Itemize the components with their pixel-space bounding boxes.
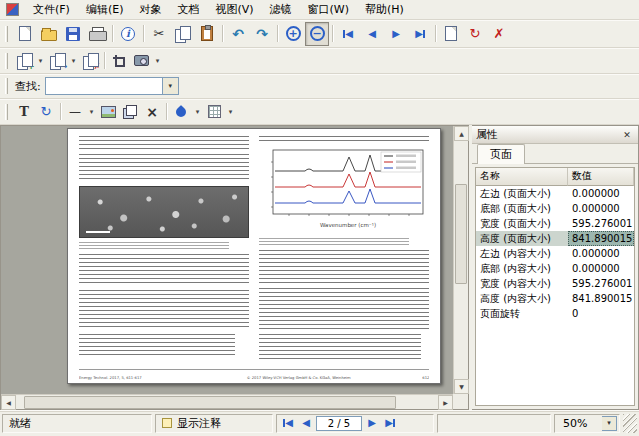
menu-view[interactable]: 视图(V) <box>207 0 261 19</box>
scroll-down-button[interactable]: ▼ <box>454 379 469 394</box>
scroll-left-button[interactable]: ◀ <box>1 395 16 410</box>
zoom-dropdown-icon[interactable]: ▾ <box>602 416 617 431</box>
cut-button[interactable]: ✂ <box>147 22 171 46</box>
find-combobox[interactable]: ▾ <box>45 77 179 95</box>
horizontal-scroll-track[interactable] <box>16 395 438 410</box>
snapshot-dropdown[interactable]: ▾ <box>152 51 163 71</box>
property-row[interactable]: 高度 (页面大小) 841.890015 <box>476 231 634 246</box>
property-row[interactable]: 宽度 (内容大小) 595.276001 <box>476 276 634 291</box>
menu-help[interactable]: 帮助(H) <box>357 0 412 19</box>
redo-button[interactable]: ↷ <box>250 22 274 46</box>
last-page-button[interactable]: ▶ <box>408 22 432 46</box>
menu-edit[interactable]: 编辑(E) <box>78 0 132 19</box>
vertical-scroll-track[interactable] <box>454 141 468 379</box>
close-icon[interactable]: ✕ <box>620 128 634 142</box>
scroll-right-button[interactable]: ▶ <box>438 395 453 410</box>
first-page-button[interactable]: ◀ <box>336 22 360 46</box>
property-row[interactable]: 底部 (页面大小) 0.000000 <box>476 201 634 216</box>
toolbar-grip[interactable] <box>5 104 8 120</box>
page-footer-left: Energy Technol. 2017, 5, 611-617 <box>79 376 142 380</box>
rotate-page-button[interactable]: ↻ <box>463 22 487 46</box>
delete-page-button[interactable]: ✗ <box>487 22 511 46</box>
first-page-button-status[interactable]: ◀ <box>280 416 296 431</box>
pdf-page[interactable]: Wavenumber (cm⁻¹) Energy Technol. 2017, … <box>67 128 441 384</box>
print-button[interactable] <box>85 22 109 46</box>
toolbar-grip[interactable] <box>5 53 8 69</box>
zoom-out-icon: − <box>310 26 325 41</box>
extract-pages-button[interactable]: → <box>46 50 68 72</box>
info-button[interactable]: i <box>116 22 140 46</box>
pattern-button[interactable] <box>203 101 225 123</box>
delete-object-button[interactable]: × <box>141 101 163 123</box>
text-tool-button[interactable]: T <box>13 101 35 123</box>
delete-pages-button[interactable]: ✗ <box>79 50 101 72</box>
chart-x-axis-label: Wavenumber (cm⁻¹) <box>320 222 376 228</box>
column-header-name[interactable]: 名称 <box>476 168 568 186</box>
crop-pages-button[interactable] <box>108 50 130 72</box>
menu-filters[interactable]: 滤镜 <box>262 0 300 19</box>
previous-page-button[interactable]: ◀ <box>360 22 384 46</box>
vertical-scroll-thumb[interactable] <box>455 184 467 284</box>
next-page-button-status[interactable]: ▶ <box>364 416 380 431</box>
pattern-dropdown[interactable]: ▾ <box>225 102 236 122</box>
tab-page[interactable]: 页面 <box>477 144 525 164</box>
document-view[interactable]: Wavenumber (cm⁻¹) Energy Technol. 2017, … <box>0 125 469 410</box>
undo-button[interactable]: ↶ <box>226 22 250 46</box>
fill-color-button[interactable] <box>170 101 192 123</box>
page-tool-button[interactable] <box>439 22 463 46</box>
new-button[interactable] <box>13 22 37 46</box>
property-row[interactable]: 左边 (内容大小) 0.000000 <box>476 246 634 261</box>
properties-panel-header: 属性 ✕ <box>472 126 638 144</box>
line-tool-button[interactable]: — <box>64 101 86 123</box>
page-left-column <box>79 136 249 367</box>
property-row[interactable]: 高度 (内容大小) 841.890015 <box>476 291 634 306</box>
properties-panel: 属性 ✕ 页面 名称 数值 左边 (页面大小) 0.000000 底部 (页面大… <box>472 125 639 410</box>
toolbar-grip[interactable] <box>5 26 8 42</box>
previous-page-button-status[interactable]: ◀ <box>298 416 314 431</box>
property-name: 底部 (页面大小) <box>476 201 568 216</box>
insert-pages-button[interactable]: + <box>13 50 35 72</box>
fill-color-dropdown[interactable]: ▾ <box>192 102 203 122</box>
document-canvas[interactable]: Wavenumber (cm⁻¹) Energy Technol. 2017, … <box>1 126 453 394</box>
property-row[interactable]: 宽度 (页面大小) 595.276001 <box>476 216 634 231</box>
property-row[interactable]: 底部 (内容大小) 0.000000 <box>476 261 634 276</box>
property-row[interactable]: 页面旋转 0 <box>476 306 634 321</box>
line-tool-dropdown[interactable]: ▾ <box>86 102 97 122</box>
extract-pages-dropdown[interactable]: ▾ <box>68 51 79 71</box>
copy-button[interactable] <box>171 22 195 46</box>
app-icon <box>6 3 19 16</box>
find-input[interactable] <box>45 77 163 95</box>
crop-icon <box>113 55 125 67</box>
resize-grip[interactable] <box>623 414 637 433</box>
bar <box>393 419 395 427</box>
page-number-field[interactable]: 2 / 5 <box>316 416 362 431</box>
property-row[interactable]: 左边 (页面大小) 0.000000 <box>476 186 634 201</box>
separator <box>112 25 113 42</box>
insert-pages-dropdown[interactable]: ▾ <box>35 51 46 71</box>
menu-window[interactable]: 窗口(W) <box>300 0 357 19</box>
property-name: 页面旋转 <box>476 306 568 321</box>
show-annotations-toggle[interactable]: 显示注释 <box>155 414 273 433</box>
open-button[interactable] <box>37 22 61 46</box>
scroll-up-button[interactable]: ▲ <box>454 126 469 141</box>
horizontal-scrollbar[interactable]: ◀ ▶ <box>1 394 453 409</box>
zoom-in-button[interactable]: + <box>281 22 305 46</box>
save-button[interactable] <box>61 22 85 46</box>
zoom-out-button[interactable]: − <box>305 22 329 46</box>
image-tool-button[interactable] <box>97 101 119 123</box>
next-page-button[interactable]: ▶ <box>384 22 408 46</box>
horizontal-scroll-thumb[interactable] <box>24 396 395 409</box>
column-header-value[interactable]: 数值 <box>568 168 634 186</box>
rotate-tool-button[interactable]: ↻ <box>35 101 57 123</box>
menu-document[interactable]: 文档 <box>169 0 207 19</box>
zoom-control[interactable]: 50% ▾ <box>554 414 620 433</box>
menu-object[interactable]: 对象 <box>131 0 169 19</box>
paste-button[interactable] <box>195 22 219 46</box>
snapshot-button[interactable] <box>130 50 152 72</box>
vertical-scrollbar[interactable]: ▲ ▼ <box>453 126 468 394</box>
find-dropdown-icon[interactable]: ▾ <box>163 77 179 95</box>
objects-tool-button[interactable] <box>119 101 141 123</box>
menu-file[interactable]: 文件(F) <box>25 0 78 19</box>
last-page-button-status[interactable]: ▶ <box>382 416 398 431</box>
toolbar-grip[interactable] <box>5 78 8 94</box>
